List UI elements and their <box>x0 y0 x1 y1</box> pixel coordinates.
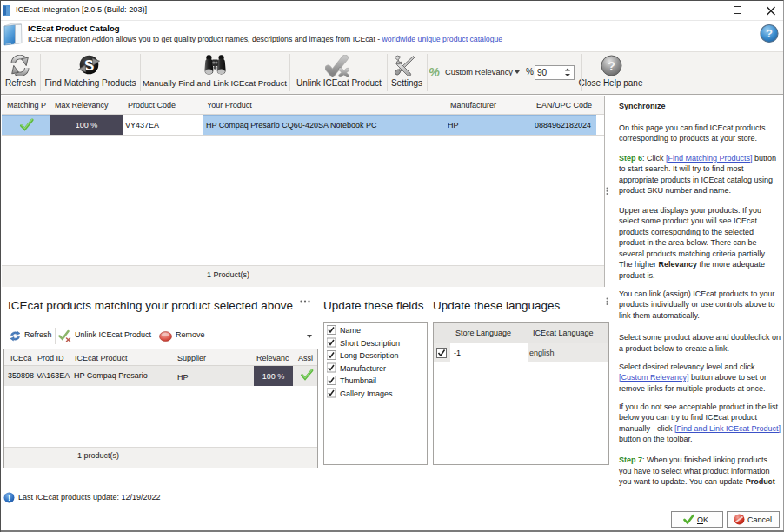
svg-text:?: ? <box>766 27 773 40</box>
svg-text:?: ? <box>608 59 615 73</box>
svg-text:!: ! <box>8 493 10 502</box>
